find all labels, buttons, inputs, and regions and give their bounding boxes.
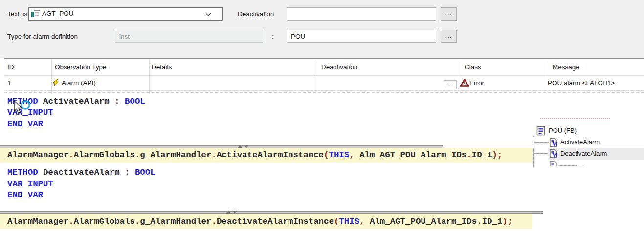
code-line: METHOD ActivateAlarm : BOOL — [0, 96, 443, 107]
code-line: VAR_INPUT — [0, 178, 443, 190]
type-for-alarm-label: Type for alarm definition — [7, 33, 78, 41]
column-header-message[interactable]: Message — [553, 64, 579, 71]
drop-marker-dotted-line — [540, 118, 610, 119]
row-id-cell: 1 — [7, 79, 11, 87]
grid-divider — [51, 59, 52, 94]
column-header-class[interactable]: Class — [465, 64, 481, 71]
grid-divider — [313, 59, 313, 94]
activate-call-line-highlighted[interactable]: AlarmManager.AlarmGlobals.g_AlarmHandler… — [0, 148, 532, 163]
code-line: VAR_INPUT — [0, 107, 443, 118]
pou-tree-panel: POU (FB) M ActivateAlarm M DeactivateAla… — [531, 116, 644, 170]
code-line: AlarmManager.AlarmGlobals.g_AlarmHandler… — [0, 148, 532, 163]
column-header-id[interactable]: ID — [7, 64, 14, 71]
type-input[interactable]: POU — [287, 30, 436, 43]
alarm-lightning-icon — [52, 79, 59, 86]
row-divider — [4, 90, 644, 91]
tree-item-label: DeactivateAlarm — [560, 150, 607, 158]
column-header-details[interactable]: Details — [152, 64, 172, 71]
type-browse-button[interactable]: ... — [441, 30, 457, 43]
error-triangle-icon — [460, 79, 469, 87]
code-line: END_VAR — [0, 190, 443, 201]
method-icon: M — [549, 138, 558, 147]
deactivation-input[interactable] — [287, 7, 436, 21]
text-list-icon — [31, 10, 41, 19]
deactivation-browse-button[interactable]: ... — [441, 7, 457, 21]
deactivation-label: Deactivation — [238, 10, 274, 18]
alarm-definition-table: ID Observation Type Details Deactivation… — [4, 58, 644, 94]
alarm-config-panel: Text list AGT_POU Deactivation ... Type … — [0, 0, 644, 58]
clipped-next-row — [4, 92, 644, 93]
grid-divider — [149, 59, 150, 94]
instance-input-disabled: inst — [115, 30, 263, 43]
row-message-cell: POU alarm <LATCH1> — [548, 79, 615, 87]
code-line: AlarmManager.AlarmGlobals.g_AlarmHandler… — [0, 214, 532, 229]
svg-text:M: M — [552, 152, 557, 158]
chevron-down-icon[interactable] — [205, 13, 211, 16]
method-icon: M — [549, 149, 558, 158]
tree-item-label: ActivateAlarm — [560, 138, 600, 146]
text-list-combobox[interactable]: AGT_POU — [28, 7, 223, 21]
tree-item-label: POU (FB) — [549, 127, 577, 135]
deactivate-declaration-editor[interactable]: METHOD DeactivateAlarm : BOOL VAR_INPUT … — [0, 167, 443, 201]
header-divider — [4, 75, 644, 76]
row-deactivation-browse-button[interactable]: ... — [444, 80, 457, 89]
column-header-observation-type[interactable]: Observation Type — [55, 64, 107, 71]
text-list-label: Text list — [7, 10, 29, 18]
column-header-deactivation[interactable]: Deactivation — [321, 64, 357, 71]
pou-document-icon — [536, 126, 545, 136]
type-separator: : — [272, 33, 274, 41]
grid-divider — [547, 59, 547, 94]
tree-guide-line — [534, 153, 549, 154]
text-list-value: AGT_POU — [42, 10, 74, 17]
clipped-tree-label — [556, 165, 583, 166]
row-observation-type-cell: Alarm (API) — [62, 79, 96, 87]
grid-divider — [460, 59, 460, 94]
svg-text:M: M — [552, 141, 557, 147]
row-class-cell: Error — [469, 79, 484, 87]
code-line: END_VAR — [0, 118, 443, 129]
activate-declaration-editor[interactable]: METHOD ActivateAlarm : BOOL VAR_INPUT EN… — [0, 96, 443, 129]
tree-guide-line — [534, 142, 549, 143]
tree-guide-line — [533, 136, 534, 167]
code-line: METHOD DeactivateAlarm : BOOL — [0, 167, 443, 178]
deactivate-call-line-highlighted[interactable]: AlarmManager.AlarmGlobals.g_AlarmHandler… — [0, 214, 532, 229]
